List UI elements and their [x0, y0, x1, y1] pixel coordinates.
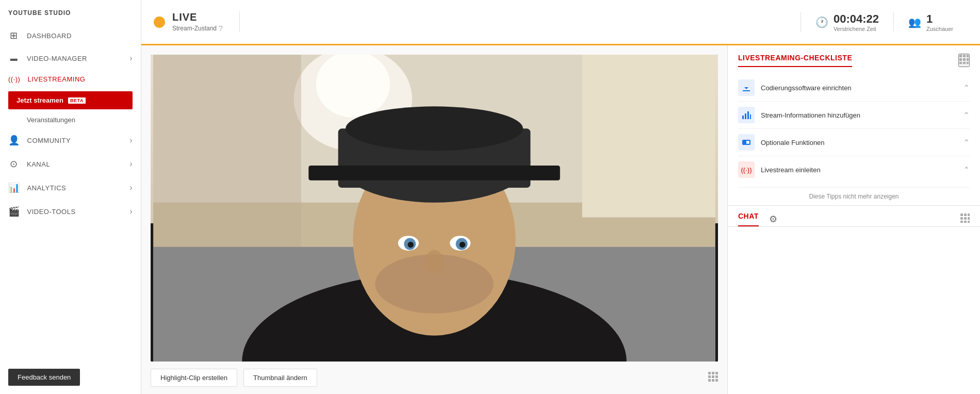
- stream-zustand: Stream-Zustand ?: [172, 24, 223, 32]
- svg-rect-42: [747, 111, 749, 119]
- thumbnail-button[interactable]: Thumbnail ändern: [243, 369, 317, 387]
- sidebar-item-label: KANAL: [27, 160, 50, 168]
- live-label: LIVE: [172, 11, 223, 23]
- video-wrapper: [151, 55, 718, 362]
- checklist-header: LIVESTREAMING-CHECKLISTE: [738, 54, 970, 67]
- chevron-down-icon: ›: [129, 159, 133, 169]
- chat-tab[interactable]: CHAT: [738, 212, 759, 226]
- viewers-block: 👥 1 Zuschauer: [893, 12, 968, 32]
- sidebar-item-label: ANALYTICS: [27, 184, 67, 192]
- live-status: LIVE Stream-Zustand ?: [154, 11, 240, 32]
- optionale-label: Optionale Funktionen: [761, 139, 957, 146]
- svg-rect-26: [712, 375, 714, 378]
- live-text-block: LIVE Stream-Zustand ?: [172, 11, 223, 32]
- hide-tips-link[interactable]: Diese Tipps nicht mehr anzeigen: [738, 187, 970, 205]
- svg-rect-55: [968, 221, 970, 223]
- svg-rect-39: [967, 62, 969, 64]
- chevron-down-icon: ›: [129, 136, 133, 145]
- clock-icon: 🕐: [815, 16, 828, 28]
- sidebar-item-community[interactable]: 👤 COMMUNITY ›: [0, 128, 141, 152]
- top-stats: 🕐 00:04:22 Verstrichene Zeit 👥 1 Zuschau…: [801, 12, 968, 32]
- checklist-grid-button[interactable]: [958, 54, 970, 67]
- content-area: Highlight-Clip erstellen Thumbnail änder…: [141, 45, 980, 394]
- sidebar-item-label: DASHBOARD: [27, 32, 72, 40]
- chat-settings-icon[interactable]: ⚙: [769, 214, 777, 225]
- checklist-title: LIVESTREAMING-CHECKLISTE: [738, 54, 852, 67]
- elapsed-time-label: Verstrichene Zeit: [834, 26, 879, 32]
- dashboard-icon: ⊞: [8, 30, 20, 41]
- chat-grid-icon[interactable]: [960, 214, 970, 225]
- svg-rect-51: [964, 217, 967, 220]
- collapse-icon: ⌃: [963, 138, 970, 147]
- collapse-icon: ⌃: [963, 165, 970, 175]
- svg-rect-32: [963, 55, 966, 57]
- elapsed-time-info: 00:04:22 Verstrichene Zeit: [834, 12, 879, 32]
- collapse-icon: ⌃: [963, 83, 970, 93]
- highlight-clip-button[interactable]: Highlight-Clip erstellen: [151, 369, 237, 387]
- svg-point-19: [460, 242, 465, 248]
- svg-rect-24: [715, 372, 718, 374]
- video-manager-icon: ▬: [8, 54, 20, 62]
- stream-info-icon: [738, 107, 755, 123]
- svg-rect-41: [745, 113, 746, 119]
- live-dot: [154, 17, 165, 28]
- video-scene: [151, 55, 718, 362]
- svg-rect-38: [963, 62, 966, 64]
- feedback-button[interactable]: Feedback senden: [8, 369, 80, 386]
- viewers-value: 1: [926, 12, 953, 26]
- svg-rect-53: [960, 221, 963, 223]
- svg-rect-52: [968, 217, 970, 220]
- sidebar-item-label: VIDEO-MANAGER: [27, 55, 87, 62]
- video-svg: [151, 55, 718, 362]
- checklist-item-codierung[interactable]: Codierungssoftware einrichten ⌃: [738, 74, 970, 102]
- checklist-item-livestream[interactable]: ((·)) Livestream einleiten ⌃: [738, 156, 970, 183]
- svg-rect-36: [967, 58, 969, 61]
- livestream-label: Livestream einleiten: [761, 166, 957, 174]
- chevron-down-icon: ›: [129, 207, 133, 216]
- sidebar-item-livestreaming[interactable]: ((·)) LIVESTREAMING: [0, 69, 141, 89]
- chevron-down-icon: ›: [129, 54, 133, 63]
- svg-rect-43: [750, 114, 751, 119]
- svg-rect-37: [959, 62, 962, 64]
- sidebar-sub-item-veranstaltungen[interactable]: Veranstaltungen: [0, 111, 141, 128]
- elapsed-time-block: 🕐 00:04:22 Verstrichene Zeit: [801, 12, 893, 32]
- beta-badge: BETA: [68, 97, 86, 104]
- svg-rect-47: [960, 214, 963, 216]
- top-bar: LIVE Stream-Zustand ? 🕐 00:04:22 Verstri…: [141, 0, 980, 45]
- sidebar-item-dashboard[interactable]: ⊞ DASHBOARD: [0, 24, 141, 47]
- community-icon: 👤: [8, 135, 20, 146]
- help-icon[interactable]: ?: [219, 24, 223, 32]
- jetzt-streamen-button[interactable]: Jetzt streamen BETA: [8, 91, 133, 109]
- chat-body: [728, 227, 980, 394]
- svg-rect-30: [715, 379, 718, 382]
- svg-rect-13: [308, 166, 560, 180]
- svg-rect-5: [582, 55, 715, 217]
- checklist-section: LIVESTREAMING-CHECKLISTE: [728, 45, 980, 206]
- video-tools-icon: 🎬: [8, 206, 20, 217]
- svg-rect-29: [712, 379, 714, 382]
- svg-point-12: [346, 106, 523, 151]
- sidebar-item-label: COMMUNITY: [27, 137, 71, 144]
- codierung-icon: [738, 79, 755, 96]
- checklist-item-optionale[interactable]: Optionale Funktionen ⌃: [738, 129, 970, 156]
- collapse-icon: ⌃: [963, 110, 970, 120]
- svg-rect-33: [967, 55, 969, 57]
- sidebar-item-analytics[interactable]: 📊 ANALYTICS ›: [0, 176, 141, 200]
- stream-info-label: Stream-Informationen hinzufügen: [761, 111, 957, 119]
- video-panel: Highlight-Clip erstellen Thumbnail änder…: [141, 45, 727, 394]
- checklist-item-stream-info[interactable]: Stream-Informationen hinzufügen ⌃: [738, 102, 970, 129]
- optionale-icon: [738, 134, 755, 151]
- elapsed-time-value: 00:04:22: [834, 12, 879, 26]
- svg-point-18: [407, 242, 413, 248]
- sidebar-item-video-manager[interactable]: ▬ VIDEO-MANAGER ›: [0, 47, 141, 69]
- svg-rect-22: [708, 372, 711, 374]
- svg-rect-46: [743, 141, 746, 144]
- sidebar-item-kanal[interactable]: ⊙ KANAL ›: [0, 152, 141, 176]
- svg-rect-54: [964, 221, 967, 223]
- svg-rect-35: [963, 58, 966, 61]
- codierung-label: Codierungssoftware einrichten: [761, 84, 957, 92]
- sidebar-item-video-tools[interactable]: 🎬 VIDEO-TOOLS ›: [0, 200, 141, 223]
- svg-rect-48: [964, 214, 967, 216]
- video-actions-grid-icon[interactable]: [708, 371, 718, 384]
- svg-rect-25: [708, 375, 711, 378]
